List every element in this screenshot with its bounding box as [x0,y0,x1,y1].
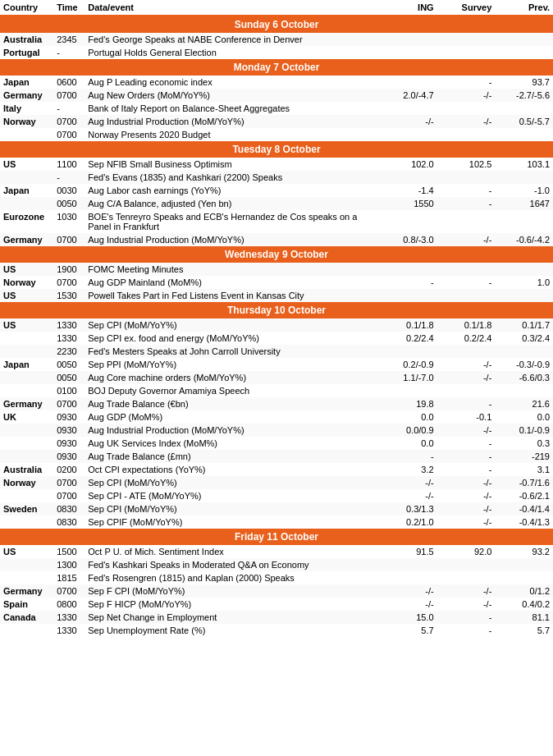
cell-survey: -0.1 [437,410,496,424]
cell-country: Spain [0,598,53,611]
section-day-label: Sunday 6 October [0,16,553,33]
cell-prev: 1647 [495,197,553,210]
table-row: US1330Sep CPI (MoM/YoY%)0.1/1.80.1/1.80.… [0,318,553,332]
cell-prev [495,289,553,302]
cell-survey: - [437,611,496,624]
section-day-label: Thursday 10 October [0,302,553,318]
section-header: Tuesday 8 October [0,141,553,158]
cell-event: Aug UK Services Index (MoM%) [85,437,379,450]
cell-prev: 5.7 [495,624,553,637]
cell-ing: -1.4 [379,184,437,197]
cell-prev: 0.5/-5.7 [495,115,553,128]
cell-prev [495,263,553,276]
cell-event: Aug Labor cash earnings (YoY%) [85,184,379,197]
cell-country [0,450,53,463]
cell-survey [437,171,496,184]
cell-event: Sep CPI (MoM/YoY%) [85,502,379,515]
cell-time: 0100 [53,384,85,397]
cell-event: Aug Industrial Production (MoM/YoY%) [85,424,379,437]
cell-time: 0700 [53,489,85,502]
cell-country [0,437,53,450]
cell-prev: -6.6/0.3 [495,371,553,384]
cell-prev: 0.3/2.4 [495,332,553,345]
cell-survey: -/- [437,598,496,611]
cell-ing: 0.8/-3.0 [379,233,437,246]
economic-calendar-table: Country Time Data/event ING Survey Prev.… [0,0,553,637]
cell-survey [437,289,496,302]
cell-ing [379,345,437,358]
table-row: US1900FOMC Meeting Minutes [0,263,553,276]
cell-country [0,424,53,437]
cell-country: US [0,289,53,302]
cell-ing: 0.1/1.8 [379,318,437,332]
cell-ing: 5.7 [379,624,437,637]
cell-event: Sep F HICP (MoM/YoY%) [85,598,379,611]
cell-country [0,624,53,637]
cell-time: 0930 [53,424,85,437]
cell-prev: -0.3/-0.9 [495,358,553,371]
cell-prev: 0.1/1.7 [495,318,553,332]
cell-event: Bank of Italy Report on Balance-Sheet Ag… [85,102,379,115]
cell-country: Germany [0,89,53,102]
table-row: Spain0800Sep F HICP (MoM/YoY%)-/--/-0.4/… [0,598,553,611]
cell-ing: 2.0/-4.7 [379,89,437,102]
cell-prev: -0.4/1.4 [495,502,553,515]
table-row: Italy-Bank of Italy Report on Balance-Sh… [0,102,553,115]
table-row: Germany0700Aug Trade Balance (€bn)19.8-2… [0,397,553,410]
table-row: US1100Sep NFIB Small Business Optimism10… [0,158,553,171]
cell-ing [379,571,437,584]
cell-survey: - [437,624,496,637]
cell-prev: 3.1 [495,463,553,476]
cell-event: Sep CPI ex. food and energy (MoM/YoY%) [85,332,379,345]
table-row: Eurozone1030BOE's Tenreyro Speaks and EC… [0,210,553,233]
cell-time: 0930 [53,437,85,450]
cell-country: US [0,545,53,558]
cell-ing: 0.0 [379,410,437,424]
table-row: 1815Fed's Rosengren (1815) and Kaplan (2… [0,571,553,584]
cell-survey: -/- [437,584,496,598]
table-row: 0700Sep CPI - ATE (MoM/YoY%)-/--/--0.6/2… [0,489,553,502]
cell-ing: 0.3/1.3 [379,502,437,515]
cell-time: 0930 [53,410,85,424]
cell-event: Portugal Holds General Election [85,46,379,59]
cell-survey: -/- [437,424,496,437]
table-row: UK0930Aug GDP (MoM%)0.0-0.10.0 [0,410,553,424]
cell-time: 0700 [53,397,85,410]
cell-ing: 0.2/1.0 [379,515,437,529]
cell-event: Fed's Evans (1835) and Kashkari (2200) S… [85,171,379,184]
cell-prev: 81.1 [495,611,553,624]
table-row: Norway0700Aug GDP Mainland (MoM%)--1.0 [0,276,553,289]
cell-country: US [0,263,53,276]
cell-country: Canada [0,611,53,624]
cell-event: FOMC Meeting Minutes [85,263,379,276]
cell-event: Sep F CPI (MoM/YoY%) [85,584,379,598]
cell-survey [437,384,496,397]
cell-survey [437,33,496,46]
cell-ing: 1.1/-7.0 [379,371,437,384]
cell-survey: -/- [437,502,496,515]
cell-ing [379,210,437,233]
cell-event: Aug C/A Balance, adjusted (Yen bn) [85,197,379,210]
cell-event: BOJ Deputy Governor Amamiya Speech [85,384,379,397]
cell-survey: -/- [437,489,496,502]
cell-ing: 19.8 [379,397,437,410]
cell-country [0,384,53,397]
table-row: Canada1330Sep Net Change in Employment15… [0,611,553,624]
cell-country: Norway [0,476,53,489]
cell-country: Sweden [0,502,53,515]
table-row: 0100BOJ Deputy Governor Amamiya Speech [0,384,553,397]
cell-prev [495,128,553,141]
cell-event: BOE's Tenreyro Speaks and ECB's Hernande… [85,210,379,233]
cell-event: Aug Trade Balance (£mn) [85,450,379,463]
cell-country [0,571,53,584]
cell-time: 0200 [53,463,85,476]
table-row: Germany0700Sep F CPI (MoM/YoY%)-/--/-0/1… [0,584,553,598]
cell-prev: -2.7/-5.6 [495,89,553,102]
cell-country: Japan [0,184,53,197]
cell-time: 1100 [53,158,85,171]
cell-time: 0700 [53,476,85,489]
cell-country [0,128,53,141]
cell-ing: - [379,276,437,289]
cell-event: Aug Industrial Production (MoM/YoY%) [85,115,379,128]
cell-prev [495,571,553,584]
